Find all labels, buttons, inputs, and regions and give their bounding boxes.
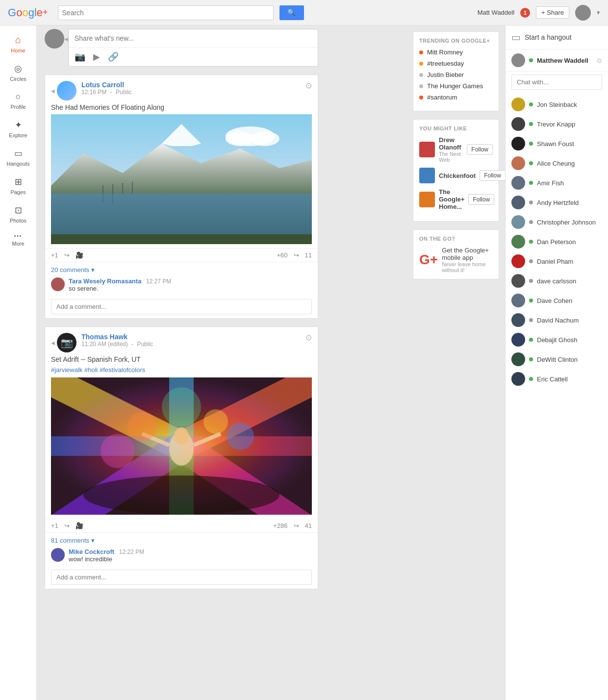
post-1: ◀ Lotus Carroll 12:16 PM - Public ⊙ She … — [45, 75, 318, 319]
user-settings-icon[interactable]: ⊙ — [597, 57, 602, 64]
contact-item-8[interactable]: Daniel Pham — [506, 251, 608, 271]
search-input[interactable] — [58, 5, 274, 20]
follow-button-0[interactable]: Follow — [467, 144, 493, 155]
contact-item-14[interactable]: Eric Cattell — [506, 369, 608, 389]
share-box-nav: ◀ — [45, 29, 64, 49]
post-2-stats: +286 ↪ 41 — [273, 522, 312, 529]
search-button[interactable]: 🔍 — [279, 5, 304, 20]
sidebar-item-home[interactable]: ⌂ Home — [0, 29, 36, 58]
post-1-menu-button[interactable]: ⊙ — [305, 81, 312, 90]
post-2: ◀ 📷 Thomas Hawk 11:20 AM (edited) - Publ… — [45, 326, 318, 589]
sidebar-item-pages[interactable]: ⊞ Pages — [0, 172, 36, 200]
contact-name-11: David Nachum — [537, 317, 579, 324]
otg-name: Get the Google+ mobile app — [442, 247, 493, 261]
post-2-author[interactable]: Thomas Hawk — [81, 333, 301, 341]
post-2-menu-button[interactable]: ⊙ — [305, 333, 312, 342]
google-plus-logo[interactable]: Google+ — [8, 6, 48, 19]
sidebar-item-hangouts[interactable]: ▭ Hangouts — [0, 143, 36, 172]
contact-item-6[interactable]: Christopher Johnson — [506, 212, 608, 232]
share-nav-arrow[interactable]: ◀ — [64, 36, 68, 42]
sidebar-item-photos[interactable]: ⊡ Photos — [0, 200, 36, 228]
contact-item-0[interactable]: Jon Steinback — [506, 95, 608, 114]
svg-point-32 — [101, 434, 135, 468]
comment2-0-avatar[interactable] — [51, 548, 65, 562]
contact-item-1[interactable]: Trevor Knapp — [506, 114, 608, 134]
sidebar-label-more: More — [12, 241, 24, 247]
post-1-nav-arrow[interactable]: ◀ — [51, 88, 55, 94]
contact-item-12[interactable]: Debajit Ghosh — [506, 330, 608, 350]
yml-info-0: Drew Olanoff The Next Web — [439, 136, 463, 163]
trending-item-2[interactable]: Justin Bieber — [419, 71, 493, 78]
notification-badge[interactable]: 1 — [520, 8, 530, 18]
trending-label-0: Mitt Romney — [427, 49, 463, 56]
sidebar-item-explore[interactable]: ✦ Explore — [0, 115, 36, 143]
post-2-add-comment-input[interactable] — [51, 570, 312, 585]
contact-name-4: Amir Fish — [537, 179, 564, 187]
contact-item-4[interactable]: Amir Fish — [506, 173, 608, 193]
contact-name-13: DeWitt Clinton — [537, 356, 578, 363]
hashtag-festivalofcolors[interactable]: #festivalofcolors — [100, 366, 145, 374]
yml-item-0: Drew Olanoff The Next Web Follow — [419, 136, 493, 163]
contact-item-5[interactable]: Andy Hertzfeld — [506, 193, 608, 212]
post-1-add-comment-input[interactable] — [51, 299, 312, 314]
sidebar-item-profile[interactable]: ○ Profile — [0, 87, 36, 115]
post-2-image-svg — [51, 377, 312, 515]
sidebar-label-explore: Explore — [9, 132, 27, 138]
contact-status-3 — [529, 161, 533, 165]
follow-button-2[interactable]: Follow — [468, 194, 494, 205]
contact-item-13[interactable]: DeWitt Clinton — [506, 350, 608, 369]
post-2-video-button[interactable]: 🎥 — [76, 522, 83, 529]
contact-item-7[interactable]: Dan Peterson — [506, 232, 608, 251]
post-1-share-button[interactable]: ↪ — [64, 251, 70, 259]
hashtag-jarviewalk[interactable]: #jarviewalk — [51, 366, 82, 374]
sidebar-item-circles[interactable]: ◎ Circles — [0, 58, 36, 87]
post-1-image[interactable] — [51, 114, 312, 244]
post-2-nav-arrow[interactable]: ◀ — [51, 340, 55, 346]
contact-name-9: dave carlsson — [537, 277, 576, 285]
share-photo-button[interactable]: 📷 — [73, 50, 87, 64]
trending-item-4[interactable]: #santorum — [419, 94, 493, 101]
post-1-comments-count[interactable]: 20 comments ▾ — [51, 266, 312, 274]
share-video-button[interactable]: ▶ — [91, 50, 102, 64]
post-2-image[interactable] — [51, 377, 312, 515]
comment-0-author[interactable]: Tara Wesely Romasanta — [69, 277, 141, 285]
trending-item-0[interactable]: Mitt Romney — [419, 49, 493, 56]
contact-item-10[interactable]: Dave Cohen — [506, 291, 608, 310]
follow-button-1[interactable]: Follow — [480, 170, 505, 181]
account-menu-icon[interactable]: ▾ — [597, 9, 600, 16]
on-the-go-box: ON THE GO? G+ Get the Google+ mobile app… — [413, 229, 499, 279]
post-2-comments-count[interactable]: 81 comments ▾ — [51, 537, 312, 544]
hashtag-holi[interactable]: #holi — [84, 366, 98, 374]
contact-item-11[interactable]: David Nachum — [506, 310, 608, 330]
contact-avatar-1 — [511, 117, 525, 131]
post-2-avatar[interactable]: 📷 — [57, 333, 76, 352]
share-label: + Share — [541, 9, 564, 16]
post-1-video-button[interactable]: 🎥 — [76, 251, 83, 259]
comment2-0-author[interactable]: Mike Cockcroft — [69, 548, 114, 555]
contact-item-3[interactable]: Alice Cheung — [506, 153, 608, 173]
post-2-share-button[interactable]: ↪ — [64, 522, 70, 529]
post-1-author[interactable]: Lotus Carroll — [81, 81, 301, 89]
trending-item-3[interactable]: The Hunger Games — [419, 82, 493, 90]
comment-0-avatar[interactable] — [51, 277, 65, 291]
trending-item-1[interactable]: #treetuesday — [419, 60, 493, 67]
contact-item-9[interactable]: dave carlsson — [506, 271, 608, 291]
sidebar-item-more[interactable]: ••• More — [0, 228, 36, 251]
share-button[interactable]: + Share — [536, 6, 569, 19]
start-hangout-button[interactable]: ▭ Start a hangout — [506, 25, 608, 50]
contact-name-10: Dave Cohen — [537, 297, 572, 304]
otg-text-area: Get the Google+ mobile app Never leave h… — [442, 247, 493, 273]
share-input[interactable] — [69, 29, 318, 47]
share-link-button[interactable]: 🔗 — [106, 50, 121, 64]
otg-item[interactable]: G+ Get the Google+ mobile app Never leav… — [419, 247, 493, 273]
yml-sub-0: The Next Web — [439, 151, 463, 163]
post-2-plusone-button[interactable]: +1 — [51, 522, 58, 529]
contact-status-13 — [529, 357, 533, 361]
chat-search-input[interactable] — [511, 75, 602, 90]
user-avatar[interactable] — [575, 5, 591, 21]
post-1-plusone-button[interactable]: +1 — [51, 251, 58, 259]
contact-item-2[interactable]: Shawn Foust — [506, 134, 608, 153]
post-1-avatar[interactable] — [57, 81, 76, 100]
contact-avatar-14 — [511, 372, 525, 386]
post-1-meta: Lotus Carroll 12:16 PM - Public — [81, 81, 301, 96]
